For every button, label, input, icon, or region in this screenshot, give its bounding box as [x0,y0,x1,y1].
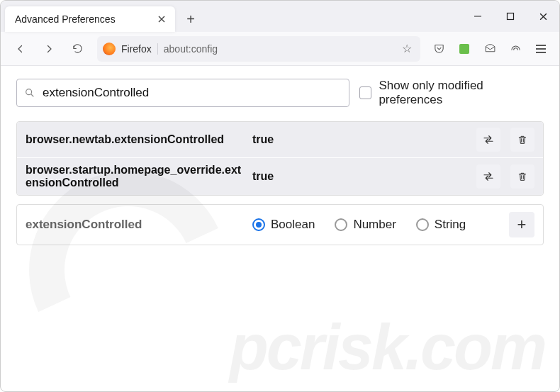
show-modified-checkbox[interactable]: Show only modified preferences [359,79,544,107]
preference-value: true [252,133,466,146]
url-text: about:config [164,43,393,55]
trash-icon [517,134,528,145]
preference-value: true [252,170,466,183]
type-radio-string[interactable]: String [416,218,466,232]
forward-button[interactable] [36,36,62,62]
search-input[interactable]: extensionControlled [16,79,349,107]
preference-name: browser.newtab.extensionControlled [26,133,245,146]
show-modified-label: Show only modified preferences [379,79,544,107]
search-value: extensionControlled [43,86,342,100]
swap-icon [482,133,495,146]
radio-icon [416,218,429,231]
plus-icon: + [517,215,527,234]
preference-name: browser.startup.homepage_override.extens… [26,164,245,189]
preference-row[interactable]: browser.startup.homepage_override.extens… [17,157,543,195]
content-area: extensionControlled Show only modified p… [1,66,559,258]
swap-icon [482,170,495,183]
pocket-icon[interactable] [427,38,450,60]
type-radio-boolean[interactable]: Boolean [252,218,315,232]
bookmark-star-icon[interactable]: ☆ [399,42,415,55]
firefox-logo-icon [103,43,116,55]
svg-rect-1 [459,44,469,54]
nav-toolbar: Firefox about:config ☆ [1,32,559,66]
search-icon [24,87,35,99]
back-button[interactable] [8,36,33,62]
type-radio-number[interactable]: Number [335,218,396,232]
filter-row: extensionControlled Show only modified p… [16,79,544,107]
trash-icon [517,171,528,182]
svg-rect-0 [508,13,514,20]
watermark-text: pcrisk.com [230,311,545,384]
type-radio-group: Boolean Number String [252,218,502,232]
radio-label: Number [353,218,396,232]
radio-label: Boolean [271,218,315,232]
svg-point-2 [26,89,32,95]
checkbox-icon [359,86,371,99]
close-window-button[interactable] [527,1,559,32]
add-preference-row: extensionControlled Boolean Number Strin… [16,204,544,245]
window-controls [461,1,559,32]
reload-button[interactable] [65,36,90,62]
add-preference-name: extensionControlled [26,218,245,232]
radio-icon [252,218,265,231]
shield-icon[interactable] [504,38,527,60]
radio-icon [335,218,347,231]
tab-title: Advanced Preferences [15,13,155,25]
toggle-button[interactable] [476,164,500,189]
add-button[interactable]: + [509,212,534,237]
menu-button[interactable] [530,38,552,60]
radio-label: String [435,218,466,232]
identity-label: Firefox [121,43,158,55]
url-bar[interactable]: Firefox about:config ☆ [97,36,420,62]
tab-close-icon[interactable] [155,13,168,26]
toggle-button[interactable] [476,128,500,152]
minimize-button[interactable] [461,1,494,32]
titlebar: Advanced Preferences + [1,1,559,32]
preference-row[interactable]: browser.newtab.extensionControlled true [17,122,543,157]
delete-button[interactable] [510,164,534,189]
inbox-icon[interactable] [478,38,501,60]
extension-icon[interactable] [453,38,476,60]
delete-button[interactable] [510,128,534,152]
preference-list: browser.newtab.extensionControlled true … [16,121,544,196]
new-tab-button[interactable]: + [181,9,201,29]
maximize-button[interactable] [494,1,527,32]
browser-tab[interactable]: Advanced Preferences [5,6,175,32]
